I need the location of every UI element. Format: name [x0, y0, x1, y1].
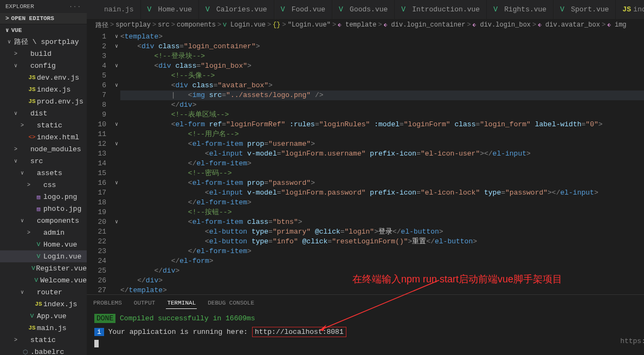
- breadcrumb-segment[interactable]: 路径: [95, 21, 108, 30]
- breadcrumb-segment[interactable]: ⬖ img: [607, 21, 626, 29]
- tree-item[interactable]: VRegister.vue: [0, 262, 87, 274]
- code-area[interactable]: <template> <div class="login_container">…: [120, 31, 644, 294]
- tree-item[interactable]: >css: [0, 179, 87, 191]
- tree-item[interactable]: JSindex.js: [0, 298, 87, 310]
- editor: 1234567891011121314151617181920212223242…: [87, 31, 644, 294]
- tree-item[interactable]: VApp.vue: [0, 310, 87, 322]
- editor-tab[interactable]: VFood.vue: [274, 0, 332, 19]
- compiled-msg: Compiled successfully in 16609ms: [120, 314, 255, 322]
- editor-tab[interactable]: VRights.vue: [487, 0, 553, 19]
- done-badge: DONE: [94, 314, 115, 323]
- explorer-title: EXPLORER: [5, 3, 34, 10]
- editor-tab[interactable]: JSindex.js ...\router: [616, 0, 644, 19]
- tree-item[interactable]: ▨logo.png: [0, 191, 87, 203]
- editor-tab[interactable]: VSport.vue: [553, 0, 616, 19]
- running-msg: Your application is running here:: [108, 328, 248, 336]
- sidebar: EXPLORER ··· > OPEN EDITORS ∨ VUE ∨路径 \ …: [0, 0, 87, 355]
- tree-item[interactable]: >static: [0, 119, 87, 131]
- watermark-url: https://blog.csdn.net/q: [620, 337, 644, 345]
- app-url: http://localhost:8081: [252, 327, 346, 337]
- breadcrumb-segment[interactable]: ⬖ div.login_box: [473, 21, 531, 29]
- main-area: nain.jsVHome.vueVCalories.vueVFood.vueVG…: [87, 0, 644, 355]
- tree-item[interactable]: >admin: [0, 227, 87, 238]
- tree-item[interactable]: ∨dist: [0, 107, 87, 119]
- file-tree: >build∨configJSdev.env.jsJSindex.jsJSpro…: [0, 48, 87, 355]
- tree-item[interactable]: VWelcome.vue: [0, 274, 87, 286]
- tree-item[interactable]: >static: [0, 334, 87, 346]
- open-editors-section[interactable]: > OPEN EDITORS: [0, 13, 87, 24]
- editor-tab[interactable]: VGoods.vue: [332, 0, 395, 19]
- tree-item[interactable]: JSindex.js: [0, 83, 87, 95]
- terminal-output[interactable]: DONE Compiled successfully in 16609ms i …: [87, 311, 644, 355]
- more-icon[interactable]: ···: [69, 3, 81, 10]
- tree-item[interactable]: ▨photo.jpg: [0, 203, 87, 215]
- breadcrumb: 路径>sportplay>src>components>V Login.vue>…: [87, 19, 644, 31]
- tree-item[interactable]: JSprod.env.js: [0, 95, 87, 107]
- tree-item[interactable]: <>index.html: [0, 131, 87, 143]
- tree-item[interactable]: >build: [0, 48, 87, 60]
- line-numbers: 1234567891011121314151617181920212223242…: [87, 31, 113, 294]
- breadcrumb-segment[interactable]: {}: [273, 21, 280, 29]
- explorer-header: EXPLORER ···: [0, 0, 87, 13]
- tab-debug-console[interactable]: DEBUG CONSOLE: [207, 298, 255, 308]
- tab-terminal[interactable]: TERMINAL: [166, 298, 197, 309]
- editor-tab[interactable]: VIntroduction.vue: [395, 0, 487, 19]
- breadcrumb-segment[interactable]: src: [158, 21, 170, 29]
- tree-item[interactable]: JSdev.env.js: [0, 72, 87, 83]
- terminal-cursor: [94, 340, 99, 347]
- fold-column: ∨∨∨∨∨∨∨∨: [113, 31, 120, 294]
- tree-item[interactable]: ⬡.babelrc: [0, 346, 87, 355]
- tree-item[interactable]: VLogin.vue: [0, 250, 87, 262]
- tab-output[interactable]: OUTPUT: [133, 298, 157, 308]
- tree-item[interactable]: >node_modules: [0, 143, 87, 155]
- breadcrumb-segment[interactable]: ⬖ div.login_container: [384, 21, 466, 29]
- terminal-tabs: PROBLEMS OUTPUT TERMINAL DEBUG CONSOLE 2…: [87, 295, 644, 311]
- breadcrumb-segment[interactable]: V Login.vue: [223, 21, 266, 29]
- terminal-panel: PROBLEMS OUTPUT TERMINAL DEBUG CONSOLE 2…: [87, 294, 644, 355]
- breadcrumb-segment[interactable]: sportplay: [115, 21, 151, 29]
- info-icon: i: [94, 328, 104, 336]
- tree-item[interactable]: VHome.vue: [0, 238, 87, 250]
- chevron-down-icon: ∨: [5, 27, 9, 34]
- tab-problems[interactable]: PROBLEMS: [92, 298, 123, 308]
- tree-item[interactable]: ∨router: [0, 286, 87, 298]
- app-root: EXPLORER ··· > OPEN EDITORS ∨ VUE ∨路径 \ …: [0, 0, 644, 355]
- tree-item[interactable]: ∨config: [0, 60, 87, 72]
- tree-item[interactable]: ∨src: [0, 155, 87, 167]
- editor-tab[interactable]: VCalories.vue: [199, 0, 274, 19]
- tree-item[interactable]: JSmain.js: [0, 322, 87, 334]
- breadcrumb-segment[interactable]: ⬖ template: [338, 21, 376, 29]
- breadcrumb-segment[interactable]: components: [177, 21, 216, 29]
- chevron-right-icon: >: [5, 15, 9, 22]
- breadcrumb-segment[interactable]: "Login.vue": [288, 21, 331, 29]
- project-section-header[interactable]: ∨ VUE: [0, 24, 87, 36]
- tree-item[interactable]: ∨assets: [0, 167, 87, 179]
- breadcrumb-segment[interactable]: ⬖ div.avatar_box: [538, 21, 600, 29]
- editor-tabs: nain.jsVHome.vueVCalories.vueVFood.vueVG…: [87, 0, 644, 19]
- tree-item[interactable]: ∨components: [0, 215, 87, 227]
- project-root[interactable]: ∨路径 \ sportplay: [0, 36, 87, 48]
- editor-tab[interactable]: nain.js: [87, 0, 141, 19]
- editor-tab[interactable]: VHome.vue: [141, 0, 199, 19]
- annotation-text: 在终端输入npm run start启动前端vue脚手架项目: [352, 273, 562, 286]
